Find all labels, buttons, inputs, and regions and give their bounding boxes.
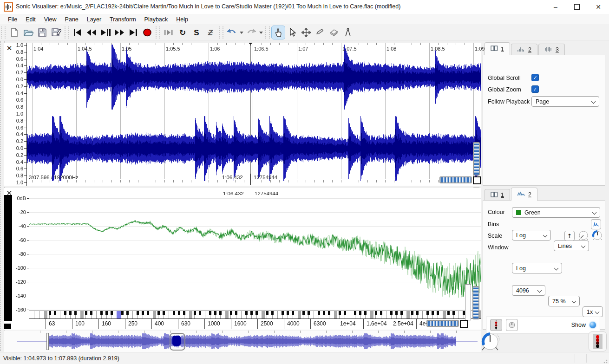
status-bar: Visible: 1:04.973 to 1:07.893 (duration … — [0, 352, 609, 364]
overview-view-indicator[interactable] — [170, 333, 185, 351]
menu-item-edit[interactable]: Edit — [21, 15, 40, 24]
panes-icon — [491, 46, 498, 52]
level-meter-button[interactable] — [589, 332, 607, 351]
frequency-tick-label: 2500 — [261, 320, 273, 327]
amplitude-tick-label: 0.8 — [13, 173, 23, 178]
oversampling-value: 1x — [587, 309, 593, 315]
redo-menu-button[interactable] — [258, 26, 264, 39]
minimize-button[interactable]: – — [545, 0, 566, 14]
cursor-arrow-icon — [288, 28, 296, 37]
spectrum-pane[interactable]: ✕ 1:06.432 12754944 63100160250400630100… — [4, 188, 481, 330]
chevron-down-icon — [537, 288, 542, 293]
spectrum-plot[interactable] — [29, 195, 481, 310]
pencil-icon — [316, 28, 324, 37]
menu-item-transform[interactable]: Transform — [105, 15, 140, 24]
toolbar-separator — [265, 26, 270, 39]
rewind-button[interactable] — [85, 26, 98, 39]
pane1-tab-1[interactable]: 1 — [485, 42, 510, 55]
waveform-canvas[interactable] — [27, 43, 481, 186]
redo-button[interactable] — [245, 26, 258, 39]
menu-item-file[interactable]: File — [4, 15, 21, 24]
global-zoom-checkbox[interactable]: ✓ — [531, 85, 539, 93]
edit-tool-button[interactable] — [300, 26, 313, 39]
overview-strip[interactable] — [4, 331, 481, 352]
panes-icon — [491, 192, 498, 199]
bins-select[interactable]: Log — [512, 230, 551, 240]
open-button[interactable] — [22, 26, 35, 39]
play-selection-button[interactable] — [162, 26, 175, 39]
export-session-button[interactable] — [50, 26, 63, 39]
solo-icon: S — [194, 29, 199, 37]
peaks-toggle-button[interactable] — [591, 219, 601, 229]
menu-item-pane[interactable]: Pane — [61, 15, 83, 24]
pane2-tab-1[interactable]: 1 — [485, 189, 510, 201]
normalize-button[interactable]: ↥ — [564, 231, 575, 241]
horizontal-zoom-wheel[interactable] — [426, 320, 459, 327]
amplitude-tick — [24, 121, 26, 121]
waveform-pane[interactable]: ✕ 3:07.596 / 192000Hz 1:06.432 12754944 … — [4, 43, 481, 186]
amplitude-tick-label: 0.8 — [13, 104, 23, 110]
close-pane-icon[interactable]: ✕ — [6, 45, 13, 52]
fast-forward-button[interactable] — [113, 26, 126, 39]
pane2-tab-2[interactable]: 2 — [511, 188, 537, 201]
gain-knob[interactable] — [577, 229, 590, 242]
toolbar-handle[interactable] — [1, 26, 6, 39]
loop-button[interactable]: ↻ — [176, 26, 189, 39]
navigate-tool-button[interactable] — [272, 26, 285, 39]
oversampling-select[interactable]: 1x — [583, 306, 603, 317]
horizontal-zoom-wheel[interactable] — [439, 176, 472, 183]
close-button[interactable]: ✕ — [588, 0, 609, 14]
rewind-to-start-button[interactable] — [71, 26, 84, 39]
play-pause-button[interactable] — [99, 26, 112, 39]
pane1-tab-3[interactable]: 3 — [538, 44, 565, 55]
spectrum-canvas[interactable] — [29, 195, 481, 310]
resize-grip[interactable] — [602, 358, 608, 364]
record-button[interactable] — [141, 26, 154, 39]
knob-button[interactable] — [506, 319, 518, 331]
zoom-reset-button[interactable] — [473, 176, 481, 184]
keyboard-c-key — [334, 311, 337, 318]
undo-button[interactable] — [225, 26, 238, 39]
menu-item-view[interactable]: View — [40, 15, 61, 24]
playback-speed-knob[interactable] — [478, 330, 502, 353]
measure-tool-button[interactable] — [341, 26, 354, 39]
maximize-button[interactable] — [566, 0, 588, 14]
time-tick-label: 1:08.5 — [431, 46, 445, 52]
menu-item-help[interactable]: Help — [172, 15, 192, 24]
save-session-button[interactable] — [36, 26, 49, 39]
solo-button[interactable]: S — [190, 26, 203, 39]
global-scroll-checkbox[interactable]: ✓ — [531, 74, 539, 81]
amplitude-tick — [24, 128, 26, 128]
vertical-zoom-wheel[interactable] — [473, 142, 480, 176]
keyboard-highlight-key — [117, 311, 121, 318]
menu-item-layer[interactable]: Layer — [83, 15, 105, 24]
scale-select[interactable]: Log — [512, 263, 562, 273]
undo-menu-button[interactable] — [239, 26, 244, 39]
new-session-button[interactable] — [8, 26, 21, 39]
vertical-zoom-wheel[interactable] — [472, 286, 479, 319]
loop-icon: ↻ — [179, 29, 186, 37]
window-overlap-select[interactable]: 75 % — [548, 296, 580, 306]
db-tick-label: -100 — [10, 265, 26, 271]
align-button[interactable]: Z — [204, 26, 217, 39]
menu-item-playback[interactable]: Playback — [140, 15, 172, 24]
window-size-select[interactable]: 4096 — [512, 285, 545, 296]
skip-end-icon — [129, 29, 138, 36]
pane1-tab-2[interactable]: 2 — [511, 44, 537, 55]
show-led-button[interactable] — [589, 322, 596, 328]
erase-tool-button[interactable] — [327, 26, 341, 39]
frequency-tick-label: 1600 — [234, 320, 247, 327]
amplitude-tick — [24, 176, 26, 176]
follow-playback-select[interactable]: Page — [531, 96, 599, 107]
amplitude-tick — [24, 141, 26, 142]
forward-to-end-button[interactable] — [127, 26, 140, 39]
vertical-range-slider[interactable] — [465, 284, 471, 320]
colour-select[interactable]: Green — [512, 207, 600, 218]
amplitude-tick — [24, 114, 26, 114]
select-tool-button[interactable] — [286, 26, 299, 39]
overview-canvas[interactable] — [14, 331, 481, 352]
draw-tool-button[interactable] — [314, 26, 327, 39]
colour-rotation-knob[interactable] — [591, 229, 604, 242]
zoom-reset-button[interactable] — [460, 320, 468, 328]
waveform-plot[interactable]: 3:07.596 / 192000Hz 1:06.432 12754944 1:… — [26, 43, 481, 186]
